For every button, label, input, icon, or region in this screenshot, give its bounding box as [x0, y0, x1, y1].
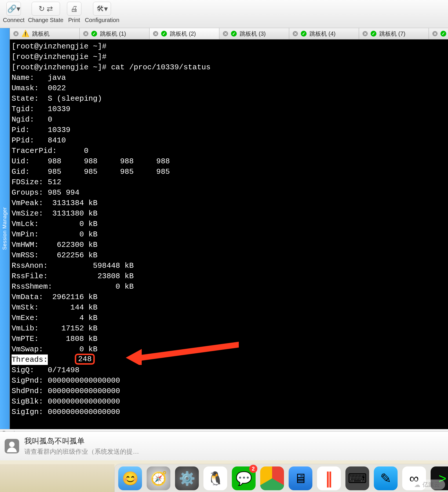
dock-wechat-icon[interactable]: 💬2	[232, 466, 256, 490]
tab-label: 跳板机	[32, 30, 50, 38]
tab-label: 跳板机 (7)	[379, 30, 405, 38]
terminal-lines: SigQ: 0/71498 SigPnd: 0000000000000000 S…	[12, 365, 446, 417]
close-icon[interactable]: ✕	[153, 31, 158, 36]
close-icon[interactable]: ✕	[293, 31, 298, 36]
dock-terminal-small-icon[interactable]: ⌨	[345, 466, 369, 490]
dock-safari-icon[interactable]: 🧭	[147, 466, 170, 490]
change-state-button[interactable]: ↻ ⇄ Change State	[28, 2, 63, 23]
check-icon: ✓	[161, 31, 167, 37]
wrench-icon: 🛠▾	[96, 4, 108, 13]
configuration-label: Configuration	[85, 17, 119, 23]
app-window: 🔗▾ Connect ↻ ⇄ Change State 🖨 Print 🛠▾ C…	[0, 0, 448, 437]
connect-button[interactable]: 🔗▾ Connect	[3, 2, 25, 23]
disconnect-icon: ⇄	[47, 4, 53, 13]
threads-label: Threads:	[12, 354, 48, 365]
dock-notes-icon[interactable]: ✎	[374, 466, 398, 490]
session-tab[interactable]: ✕✓跳板机 (3)	[219, 28, 289, 39]
close-icon[interactable]: ✕	[83, 31, 88, 36]
close-icon[interactable]: ✕	[432, 31, 438, 36]
tab-label: 跳板机 (3)	[240, 30, 266, 38]
configuration-button[interactable]: 🛠▾ Configuration	[85, 2, 119, 23]
close-icon[interactable]: ✕	[363, 31, 368, 36]
tab-label: 跳板机 (4)	[309, 30, 336, 38]
dock-finder-icon[interactable]: 😊	[118, 466, 142, 490]
session-tab[interactable]: ✕⚠️跳板机	[10, 28, 80, 39]
reconnect-icon: ↻	[39, 4, 45, 13]
desktop-strip	[0, 464, 114, 492]
print-label: Print	[68, 17, 80, 23]
session-tab[interactable]: ✕✓跳板机 (6)	[429, 28, 448, 39]
session-manager-label: Session Manager	[2, 207, 8, 250]
dock-chrome-icon[interactable]	[260, 466, 284, 490]
connect-label: Connect	[3, 17, 25, 23]
check-icon: ✓	[371, 31, 376, 37]
check-icon: ✓	[231, 31, 237, 37]
session-manager-tab[interactable]: Session Manager	[0, 28, 10, 429]
dock: 😊🧭⚙️🐧💬2🖥∥⌨✎∞>X	[0, 462, 448, 492]
tab-strip: ✕⚠️跳板机✕✓跳板机 (1)✕✓跳板机 (2)✕✓跳板机 (3)✕✓跳板机 (…	[10, 28, 448, 39]
close-icon[interactable]: ✕	[223, 31, 228, 36]
change-state-label: Change State	[28, 17, 63, 23]
tab-label: 跳板机 (1)	[100, 30, 126, 38]
warning-icon: ⚠️	[21, 30, 29, 37]
content-area: ✕⚠️跳板机✕✓跳板机 (1)✕✓跳板机 (2)✕✓跳板机 (3)✕✓跳板机 (…	[10, 28, 448, 429]
printer-icon: 🖨	[70, 4, 78, 13]
notification-title: 我叫孤岛不叫孤单	[24, 436, 139, 446]
session-tab[interactable]: ✕✓跳板机 (4)	[289, 28, 359, 39]
close-icon[interactable]: ✕	[13, 31, 19, 36]
print-button[interactable]: 🖨 Print	[67, 2, 81, 23]
notification-subtitle: 请查看群内的班级作业（系统发送的提…	[24, 447, 139, 456]
threads-value-highlight: 248	[75, 354, 95, 365]
svg-point-1	[9, 442, 15, 447]
terminal[interactable]: [root@yinzhengjie ~]# [root@yinzhengjie …	[10, 39, 448, 429]
watermark-text: 亿速云	[422, 481, 440, 489]
link-icon: 🔗▾	[7, 4, 20, 13]
dock-qq-icon[interactable]: 🐧	[203, 466, 227, 490]
session-tab[interactable]: ✕✓跳板机 (7)	[359, 28, 429, 39]
avatar	[5, 439, 19, 453]
check-icon: ✓	[301, 31, 307, 37]
dock-settings-icon[interactable]: ⚙️	[175, 466, 199, 490]
session-tab[interactable]: ✕✓跳板机 (1)	[80, 28, 150, 39]
chat-notification[interactable]: 我叫孤岛不叫孤单 请查看群内的班级作业（系统发送的提…	[0, 431, 448, 460]
watermark: ☁ 亿速云	[409, 480, 445, 490]
threads-row: Threads: 248	[12, 354, 446, 365]
main-toolbar: 🔗▾ Connect ↻ ⇄ Change State 🖨 Print 🛠▾ C…	[0, 0, 448, 28]
check-icon: ✓	[440, 31, 446, 37]
dock-parallels-icon[interactable]: ∥	[317, 466, 341, 490]
check-icon: ✓	[91, 31, 97, 37]
dock-rdp-icon[interactable]: 🖥	[289, 466, 312, 490]
session-tab[interactable]: ✕✓跳板机 (2)	[150, 28, 219, 39]
cloud-icon: ☁	[414, 481, 420, 488]
body-row: Session Manager ✕⚠️跳板机✕✓跳板机 (1)✕✓跳板机 (2)…	[0, 28, 448, 429]
tab-label: 跳板机 (2)	[170, 30, 196, 38]
badge: 2	[249, 465, 257, 473]
